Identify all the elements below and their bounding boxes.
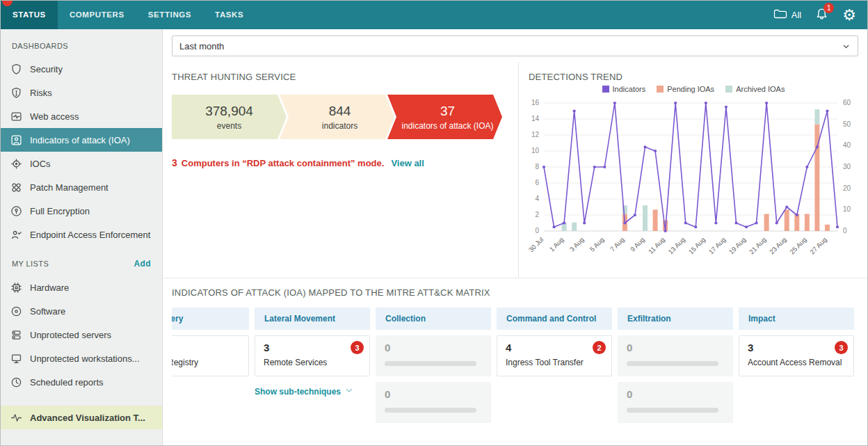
indicators-segment[interactable]: 844 indicators <box>280 95 394 139</box>
ioa-icon <box>10 134 22 146</box>
legend-item-pending-ioas: Pending IOAs <box>657 85 714 93</box>
new-detections-badge: 3 <box>835 341 848 354</box>
technique-count <box>172 342 240 354</box>
technique-card-account-access-removal[interactable]: 3Account Access Removal3 <box>739 335 854 376</box>
svg-text:25 Aug: 25 Aug <box>788 236 808 256</box>
technique-card-empty[interactable]: 0 <box>376 335 491 376</box>
sidebar-item-label: Unprotected servers <box>30 330 111 340</box>
svg-text:15 Aug: 15 Aug <box>687 236 707 256</box>
matrix-column-collection: Collection00 <box>376 308 491 423</box>
events-label: events <box>217 121 241 131</box>
patch-icon <box>10 182 22 193</box>
legend-item-indicators: Indicators <box>602 85 646 93</box>
sidebar-item-security[interactable]: Security <box>1 57 162 81</box>
technique-card-remote-services[interactable]: 3Remote Services3 <box>255 335 370 376</box>
sidebar-item-endpoint-access-enforcement[interactable]: Endpoint Access Enforcement <box>1 223 162 246</box>
technique-card-empty[interactable]: 0 <box>618 335 733 376</box>
time-range-select[interactable]: Last month <box>172 35 858 56</box>
endpoint-access-icon <box>10 229 22 241</box>
chevron-down-icon <box>345 386 353 397</box>
chart-legend: IndicatorsPending IOAsArchived IOAs <box>529 85 858 93</box>
technique-name: Ingress Tool Transfer <box>506 358 603 367</box>
folder-icon <box>773 8 787 22</box>
svg-text:17 Aug: 17 Aug <box>707 236 728 256</box>
sidebar: DASHBOARDSSecurityRisksWeb accessIndicat… <box>1 29 163 445</box>
sidebar-item-iocs[interactable]: IOCs <box>1 152 162 175</box>
indicators-count: 844 <box>329 104 351 119</box>
show-sub-techniques-label: Show sub-techniques <box>255 387 341 397</box>
view-all-link[interactable]: View all <box>391 158 424 168</box>
technique-name: Query Registry <box>172 358 240 367</box>
matrix-column-header: Exfiltration <box>618 308 733 330</box>
sidebar-item-scheduled-reports[interactable]: Scheduled reports <box>1 370 162 394</box>
detections-trend-panel: DETECTIONS TREND IndicatorsPending IOAsA… <box>519 62 867 278</box>
sidebar-section-title: MY LISTS <box>12 260 49 268</box>
main-content: Last month THREAT HUNTING SERVICE 378,90… <box>163 29 867 445</box>
svg-text:9 Aug: 9 Aug <box>629 236 646 253</box>
svg-text:10: 10 <box>843 205 851 213</box>
computers-scope-filter[interactable]: All <box>773 8 801 22</box>
new-detections-badge: 2 <box>593 341 606 354</box>
sidebar-item-indicators-of-attack-ioa[interactable]: Indicators of attack (IOA) <box>1 128 162 152</box>
matrix-column-header: Impact <box>739 308 854 330</box>
technique-count: 0 <box>627 388 724 401</box>
sidebar-item-risks[interactable]: Risks <box>1 81 162 104</box>
sidebar-item-full-encryption[interactable]: Full Encryption <box>1 199 162 223</box>
shield-icon <box>10 63 22 75</box>
scheduled-reports-icon <box>10 376 22 388</box>
svg-text:4: 4 <box>535 195 539 202</box>
hardware-icon <box>10 282 22 294</box>
sidebar-item-software[interactable]: Software <box>1 299 162 323</box>
sidebar-item-label: Full Encryption <box>30 206 90 216</box>
svg-text:8: 8 <box>535 163 539 170</box>
my-lists-add-link[interactable]: Add <box>134 259 151 269</box>
matrix-column-header: Lateral Movement <box>255 308 370 330</box>
svg-text:6: 6 <box>535 179 539 186</box>
sidebar-item-patch-management[interactable]: Patch Management <box>1 175 162 199</box>
scope-label: All <box>791 10 801 20</box>
threat-funnel: 378,904 events 844 indicators 37 indicat… <box>172 95 507 139</box>
svg-text:23 Aug: 23 Aug <box>768 236 788 256</box>
ioa-segment[interactable]: 37 indicators of attack (IOA) <box>387 95 502 139</box>
filter-row: Last month <box>163 29 867 62</box>
svg-text:1 Aug: 1 Aug <box>548 236 565 253</box>
sidebar-item-unprotected-workstations[interactable]: Unprotected workstations... <box>1 347 162 370</box>
tab-computers[interactable]: COMPUTERS <box>58 1 136 29</box>
notifications-button[interactable]: 1 <box>815 8 828 23</box>
software-icon <box>10 305 22 317</box>
technique-card-ingress-tool-transfer[interactable]: 4Ingress Tool Transfer2 <box>497 335 612 376</box>
technique-count: 0 <box>385 388 482 401</box>
legend-swatch <box>602 86 609 93</box>
events-segment[interactable]: 378,904 events <box>172 95 287 139</box>
ioc-icon <box>10 158 22 170</box>
sidebar-section-head: DASHBOARDS <box>1 29 162 57</box>
topbar: STATUSCOMPUTERSSETTINGSTASKS All 1 ⚙ <box>1 1 867 29</box>
skeleton-bar <box>385 361 476 366</box>
svg-text:16: 16 <box>531 99 540 106</box>
unprotected-workstations-icon <box>10 353 22 365</box>
tab-tasks[interactable]: TASKS <box>203 1 255 29</box>
legend-swatch <box>657 86 664 93</box>
sidebar-item-label: Software <box>30 306 65 317</box>
mitre-matrix-panel: INDICATORS OF ATTACK (IOA) MAPPED TO THE… <box>163 278 867 445</box>
legend-label: Indicators <box>613 85 646 93</box>
sidebar-item-hardware[interactable]: Hardware <box>1 276 162 299</box>
technique-name: Remote Services <box>264 358 361 367</box>
sidebar-item-label: Advanced Visualization T... <box>30 413 145 423</box>
svg-text:10: 10 <box>531 147 540 154</box>
show-sub-techniques-link[interactable]: Show sub-techniques <box>255 386 370 397</box>
sidebar-item-label: Patch Management <box>30 182 108 193</box>
technique-card-query-registry[interactable]: Query Registry <box>172 335 249 376</box>
sidebar-item-web-access[interactable]: Web access <box>1 104 162 128</box>
tab-settings[interactable]: SETTINGS <box>136 1 203 29</box>
sidebar-item-unprotected-servers[interactable]: Unprotected servers <box>1 323 162 347</box>
technique-card-empty[interactable]: 0 <box>376 382 491 423</box>
svg-text:5 Aug: 5 Aug <box>588 236 606 253</box>
technique-card-empty[interactable]: 0 <box>618 382 733 423</box>
events-count: 378,904 <box>205 104 253 119</box>
sidebar-item-advanced-visualization-t[interactable]: Advanced Visualization T... <box>1 406 162 429</box>
rdp-containment-count: 3 <box>172 157 177 168</box>
sidebar-item-label: Unprotected workstations... <box>30 353 140 364</box>
legend-item-archived-ioas: Archived IOAs <box>725 85 785 93</box>
settings-button[interactable]: ⚙ <box>842 8 856 23</box>
